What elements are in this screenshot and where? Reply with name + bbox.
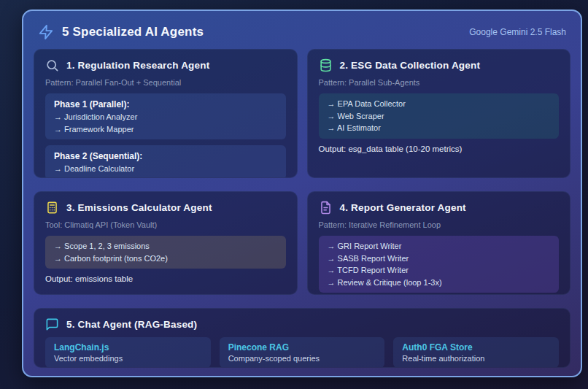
card-emissions-calculator-agent: 3. Emissions Calculator Agent Tool: Clim… [34, 191, 298, 295]
tool-auth0: Auth0 FGA Store Real-time authorization [393, 337, 559, 368]
tool-langchain: LangChain.js Vector embeddings [45, 337, 211, 368]
sub-agents-box: → EPA Data Collector → Web Scraper → AI … [319, 93, 560, 139]
output-label: Output: emissions table [45, 274, 286, 283]
box-item: → TCFD Report Writer [328, 264, 551, 277]
card-chat-agent: 5. Chat Agent (RAG-Based) LangChain.js V… [34, 308, 570, 368]
emissions-box: → Scope 1, 2, 3 emissions → Carbon footp… [45, 236, 286, 269]
box-item: → AI Estimator [328, 122, 551, 134]
box-item: → SASB Report Writer [328, 253, 551, 265]
tool-name: Auth0 FGA Store [402, 342, 550, 353]
phase-2-box: Phase 2 (Sequential): → Deadline Calcula… [45, 145, 286, 178]
tool-name: Pinecone RAG [228, 342, 376, 353]
tool-desc: Vector embeddings [54, 354, 202, 363]
tool-desc: Company-scoped queries [228, 354, 376, 363]
page-title: 5 Specialized AI Agents [62, 25, 204, 39]
box-item: → Jurisdiction Analyzer [54, 111, 277, 123]
card-report-generator-agent: 4. Report Generator Agent Pattern: Itera… [307, 191, 571, 295]
panel-header: 5 Specialized AI Agents Google Gemini 2.… [34, 20, 570, 45]
pattern-label: Pattern: Parallel Sub-Agents [319, 78, 560, 87]
tool-pinecone: Pinecone RAG Company-scoped queries [220, 337, 385, 368]
box-item: → Review & Critique (loop 1-3x) [328, 277, 551, 289]
lightning-icon [38, 24, 54, 40]
agents-panel: 5 Specialized AI Agents Google Gemini 2.… [22, 9, 582, 377]
calculator-icon [45, 201, 59, 215]
pattern-label: Pattern: Parallel Fan-Out + Sequential [45, 78, 286, 87]
box-item: → Scope 1, 2, 3 emissions [54, 240, 277, 253]
pattern-label: Pattern: Iterative Refinement Loop [319, 220, 560, 229]
tool-name: LangChain.js [54, 342, 202, 353]
output-label: Output: esg_data table (10-20 metrics) [319, 145, 560, 153]
card-title: 5. Chat Agent (RAG-Based) [66, 319, 197, 330]
file-text-icon [319, 201, 333, 215]
report-writers-box: → GRI Report Writer → SASB Report Writer… [319, 236, 560, 293]
box-item: → Carbon footprint (tons CO2e) [54, 253, 277, 265]
card-title: 2. ESG Data Collection Agent [340, 60, 481, 71]
box-item: → GRI Report Writer [328, 240, 551, 253]
search-icon [45, 58, 59, 72]
model-badge: Google Gemini 2.5 Flash [469, 27, 566, 37]
card-esg-data-collection-agent: 2. ESG Data Collection Agent Pattern: Pa… [307, 49, 571, 178]
box-item: → EPA Data Collector [328, 98, 551, 110]
chat-icon [45, 317, 59, 331]
card-regulation-research-agent: 1. Regulation Research Agent Pattern: Pa… [34, 49, 298, 178]
tool-desc: Real-time authorization [402, 354, 550, 363]
card-title: 3. Emissions Calculator Agent [66, 202, 212, 213]
tool-label: Tool: Climatiq API (Token Vault) [45, 220, 286, 229]
box-item: → Framework Mapper [54, 123, 277, 136]
phase-heading: Phase 2 (Sequential): [54, 150, 277, 163]
card-title: 1. Regulation Research Agent [66, 60, 209, 71]
box-item: → Web Scraper [328, 110, 551, 123]
box-item: → Deadline Calculator [54, 163, 277, 175]
phase-1-box: Phase 1 (Parallel): → Jurisdiction Analy… [45, 93, 286, 139]
database-icon [319, 58, 333, 72]
phase-heading: Phase 1 (Parallel): [54, 98, 277, 111]
card-title: 4. Report Generator Agent [340, 202, 466, 213]
